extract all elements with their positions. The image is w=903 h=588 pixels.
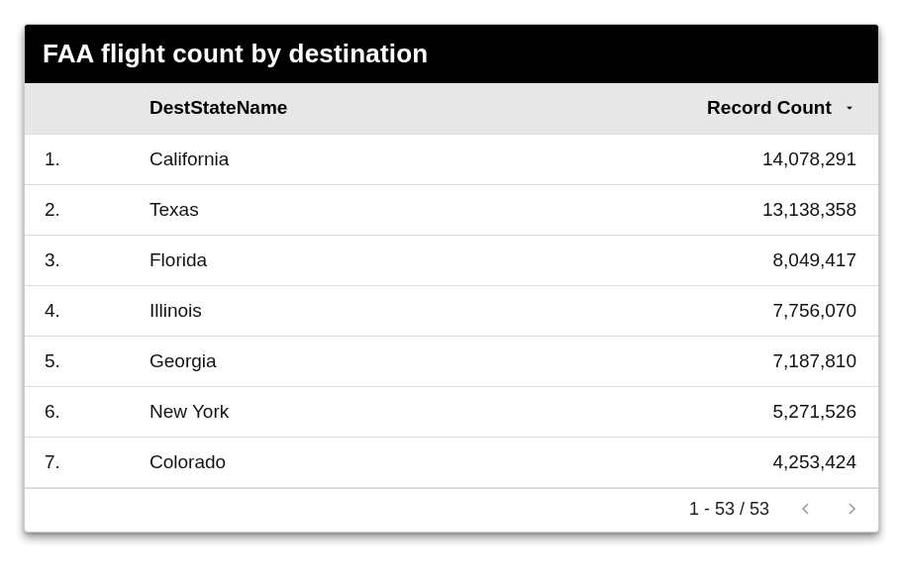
chart-card: FAA flight count by destination DestStat… (24, 24, 879, 533)
row-state: New York (134, 386, 488, 437)
row-rank: 4. (25, 285, 134, 336)
row-rank: 6. (25, 386, 134, 437)
row-count: 4,253,424 (488, 437, 878, 487)
col-header-index (25, 83, 134, 134)
row-state: Florida (134, 235, 488, 285)
row-count: 7,756,070 (488, 285, 878, 336)
row-rank: 3. (25, 235, 134, 285)
card-title: FAA flight count by destination (25, 25, 878, 83)
row-rank: 1. (25, 134, 134, 184)
row-count: 13,138,358 (488, 184, 878, 235)
table-row: 7.Colorado4,253,424 (25, 437, 878, 487)
table-row: 2.Texas13,138,358 (25, 184, 878, 235)
pagination-range: 1 - 53 / 53 (689, 499, 769, 520)
row-count: 7,187,810 (488, 336, 878, 386)
row-state: Texas (134, 184, 488, 235)
row-state: California (134, 134, 488, 184)
prev-page-button[interactable] (797, 500, 815, 518)
data-table: DestStateName Record Count 1.California1… (25, 83, 878, 488)
row-state: Georgia (134, 336, 488, 386)
row-count: 14,078,291 (488, 134, 878, 184)
table-row: 1.California14,078,291 (25, 134, 878, 184)
table-row: 6.New York5,271,526 (25, 386, 878, 437)
col-header-count-label: Record Count (707, 97, 832, 118)
table-row: 4.Illinois7,756,070 (25, 285, 878, 336)
table-body: 1.California14,078,2912.Texas13,138,3583… (25, 134, 878, 487)
table-row: 5.Georgia7,187,810 (25, 336, 878, 386)
table-row: 3.Florida8,049,417 (25, 235, 878, 285)
row-count: 5,271,526 (488, 386, 878, 437)
row-rank: 7. (25, 437, 134, 487)
sort-desc-icon (843, 98, 856, 120)
table-footer: 1 - 53 / 53 (25, 488, 878, 532)
row-count: 8,049,417 (488, 235, 878, 285)
col-header-state[interactable]: DestStateName (134, 83, 488, 134)
col-header-count[interactable]: Record Count (488, 83, 878, 134)
table-header-row: DestStateName Record Count (25, 83, 878, 134)
row-state: Colorado (134, 437, 488, 487)
row-rank: 5. (25, 336, 134, 386)
next-page-button[interactable] (843, 500, 860, 518)
row-rank: 2. (25, 184, 134, 235)
row-state: Illinois (134, 285, 488, 336)
